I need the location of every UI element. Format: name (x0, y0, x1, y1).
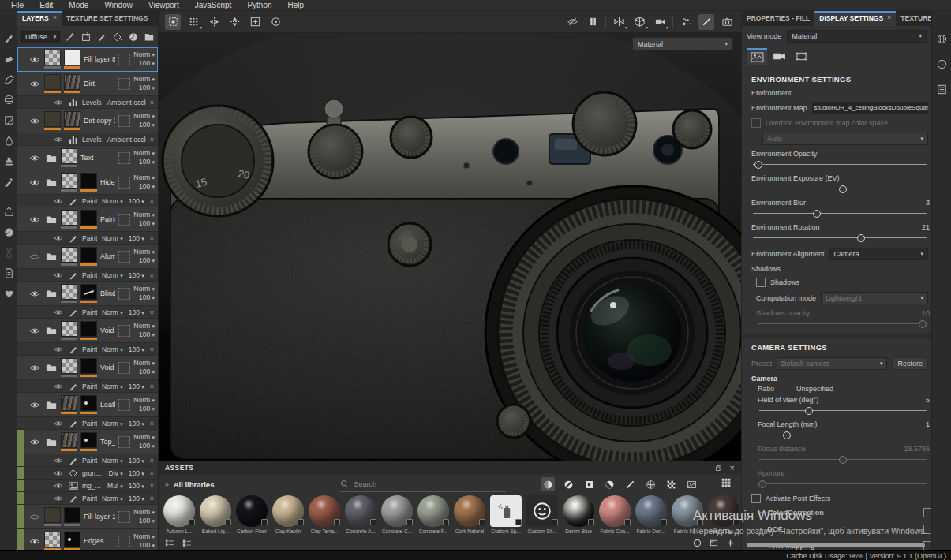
override-colorspace-checkbox[interactable] (751, 118, 761, 128)
opacity-select[interactable]: 100 ▾ (129, 234, 144, 242)
blend-mode-select[interactable]: Norm ▾ (102, 345, 123, 353)
frame-selection-icon[interactable] (247, 14, 263, 30)
asset-item[interactable]: Fabric Kni... (672, 495, 703, 537)
right-tab-display-settings[interactable]: DISPLAY SETTINGS× (814, 11, 896, 26)
blend-mode-select[interactable]: Div ▾ (109, 469, 123, 477)
layer-effect-row[interactable]: PaintNorm ▾100 ▾× (17, 195, 158, 207)
blend-mode-select[interactable]: Norm ▾ (133, 433, 155, 442)
blend-mode-select[interactable]: Norm ▾ (133, 322, 155, 330)
remove-effect-icon[interactable]: × (150, 457, 154, 465)
blend-mode-select[interactable]: Norm ▾ (133, 211, 155, 219)
eye-visible-icon[interactable] (28, 155, 41, 162)
remove-effect-icon[interactable]: × (150, 197, 154, 205)
asset-item[interactable]: Concrete F... (417, 495, 449, 537)
eye-visible-icon[interactable] (28, 216, 41, 223)
asset-item[interactable]: Autumn L... (163, 495, 195, 537)
blend-mode-select[interactable]: Norm ▾ (133, 359, 155, 368)
grid-view-icon[interactable] (721, 477, 732, 491)
layer-effect-row[interactable]: PaintNorm ▾100 ▾× (17, 417, 158, 430)
right-tab-properties-fill[interactable]: PROPERTIES - FILL (742, 11, 814, 26)
environment-subtab[interactable] (747, 48, 767, 65)
blend-opacity-controls[interactable]: Norm ▾100 ▾ (133, 508, 158, 525)
asset-item[interactable]: Cork Natural (454, 495, 485, 537)
blend-opacity-controls[interactable]: Norm ▾100 ▾ (133, 248, 158, 265)
blend-opacity-controls[interactable]: Norm ▾100 ▾ (133, 75, 158, 92)
view-mode-select[interactable]: Material ▾ (787, 30, 927, 43)
layer-effect-row[interactable]: PaintNorm ▾100 ▾× (17, 306, 158, 319)
menu-item-help[interactable]: Help (280, 0, 313, 10)
opacity-select[interactable]: 100 ▾ (129, 271, 144, 279)
blend-mode-select[interactable]: Norm ▾ (133, 508, 155, 517)
geometry-cube-icon[interactable]: ▾ (631, 14, 647, 30)
eye-visible-icon[interactable] (51, 235, 65, 241)
asset-item[interactable]: Concrete C... (381, 495, 413, 537)
clone-stamp-icon[interactable] (2, 155, 15, 167)
grid-pattern-icon[interactable] (664, 477, 678, 491)
blend-mode-select[interactable]: Norm ▾ (102, 420, 123, 427)
environment-image-icon[interactable] (684, 477, 698, 491)
layer-effect-row[interactable]: PaintNorm ▾100 ▾× (17, 454, 158, 467)
opacity-select[interactable]: 100 ▾ (139, 256, 155, 265)
smart-material-icon[interactable] (2, 226, 15, 238)
remove-effect-icon[interactable]: × (150, 420, 154, 427)
transform-tool-icon[interactable] (165, 14, 181, 30)
blend-opacity-controls[interactable]: Norm ▾100 ▾ (133, 359, 158, 376)
close-tab-icon[interactable]: × (53, 14, 57, 21)
projection-icon[interactable] (2, 73, 15, 85)
environment-map-input[interactable]: studioHDR_4_ceilingBlocksDoubleSquares (812, 102, 928, 114)
eye-off-icon[interactable] (564, 14, 580, 30)
eye-visible-icon[interactable] (28, 439, 41, 446)
channel-filter-select[interactable]: Diffuse ▾ (21, 31, 60, 43)
opacity-select[interactable]: 100 ▾ (139, 405, 155, 413)
screenshot-camera-icon[interactable] (719, 14, 735, 30)
blend-opacity-controls[interactable]: Norm ▾100 ▾ (133, 211, 158, 228)
layer-effect-row[interactable]: PaintNorm ▾100 ▾× (17, 269, 158, 282)
blend-mode-select[interactable]: Mul ▾ (107, 482, 123, 490)
eye-visible-icon[interactable] (51, 383, 65, 390)
right-tab-texture-set-list[interactable]: TEXTURE SET LIST (896, 11, 931, 26)
effect-wand-icon[interactable] (65, 32, 76, 43)
eraser-icon[interactable] (2, 52, 15, 65)
search-input[interactable]: Search (340, 477, 506, 492)
asset-item[interactable]: Fabric Den... (635, 495, 667, 537)
blend-mode-select[interactable]: Norm ▾ (133, 396, 155, 405)
blend-opacity-controls[interactable]: Norm ▾100 ▾ (133, 112, 158, 129)
environment-opacity-slider[interactable] (751, 160, 928, 168)
texture-square-icon[interactable] (582, 477, 596, 491)
remove-effect-icon[interactable]: × (150, 469, 154, 477)
polygon-fill-icon[interactable] (2, 114, 15, 126)
layer-row[interactable]: Painted_BlackNorm ▾100 ▾ (17, 207, 158, 232)
tile-pattern-icon[interactable]: ▾ (185, 14, 201, 30)
blend-mode-select[interactable]: Norm ▾ (133, 75, 155, 84)
eye-visible-icon[interactable] (51, 198, 65, 204)
menu-item-edit[interactable]: Edit (32, 0, 61, 10)
camera-preset-select[interactable]: Default camera ▾ (777, 357, 887, 370)
asset-item[interactable]: Concrete A... (345, 495, 376, 537)
menu-item-window[interactable]: Window (96, 0, 140, 10)
blend-mode-select[interactable]: Norm ▾ (133, 174, 155, 182)
remove-effect-icon[interactable]: × (150, 383, 154, 390)
folder-icon[interactable] (144, 32, 155, 43)
blend-opacity-controls[interactable]: Norm ▾100 ▾ (133, 433, 158, 450)
layer-row[interactable]: TextNorm ▾100 ▾ (17, 146, 158, 170)
post-effects-subtab[interactable] (791, 48, 811, 65)
menu-item-javascript[interactable]: JavaScript (187, 0, 240, 10)
environment-alignment-select[interactable]: Camera ▾ (829, 248, 928, 260)
asset-item[interactable]: Carbon Fiber (236, 495, 268, 537)
eye-visible-icon[interactable] (51, 272, 65, 278)
layer-row[interactable]: Fill layer 1Norm ▾100 ▾ (17, 505, 158, 529)
blend-mode-select[interactable]: Norm ▾ (133, 50, 155, 59)
particles-icon[interactable] (678, 14, 694, 30)
colorspace-select[interactable]: Auto ▾ (762, 133, 928, 145)
layer-effect-row[interactable]: PaintNorm ▾100 ▾× (17, 492, 158, 505)
shadows-checkbox[interactable] (756, 278, 766, 287)
smudge-icon[interactable] (2, 134, 15, 147)
opacity-select[interactable]: 100 ▾ (139, 158, 155, 166)
remove-effect-icon[interactable]: × (150, 345, 154, 353)
log-list-icon[interactable] (936, 84, 948, 99)
blend-mode-select[interactable]: Norm ▾ (133, 112, 155, 121)
remove-effect-icon[interactable]: × (150, 99, 154, 106)
blend-mode-select[interactable]: Norm ▾ (102, 308, 123, 316)
environment-exposure-slider[interactable] (751, 185, 928, 192)
layer-row[interactable]: Hide_WheelNorm ▾100 ▾ (17, 170, 158, 195)
